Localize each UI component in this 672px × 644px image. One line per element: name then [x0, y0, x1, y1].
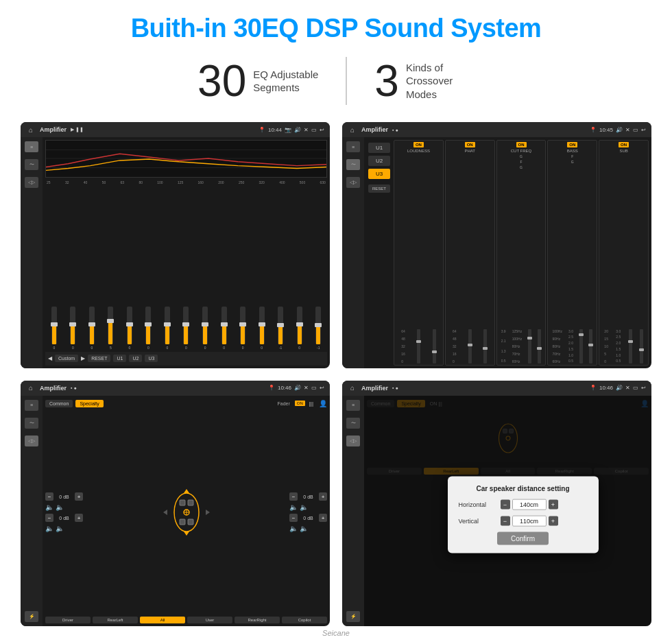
next-icon[interactable]: ▶: [81, 355, 85, 361]
fader-on[interactable]: ON: [295, 401, 305, 406]
close-icon-2[interactable]: ✕: [625, 127, 630, 133]
home-icon-2[interactable]: ⌂: [348, 125, 357, 134]
user-icon[interactable]: 👤: [319, 400, 327, 407]
vertical-minus[interactable]: −: [501, 516, 510, 525]
phat-slider-1[interactable]: [468, 329, 472, 363]
eq-slider-15[interactable]: -1: [309, 307, 327, 350]
eq-slider-13[interactable]: -1: [272, 307, 289, 350]
confirm-button[interactable]: Confirm: [497, 532, 549, 545]
vertical-value[interactable]: 110cm: [512, 515, 547, 526]
eq-slider-3[interactable]: 0: [83, 307, 101, 350]
u1-btn[interactable]: U1: [113, 355, 126, 362]
eq-slider-14[interactable]: 0: [291, 307, 309, 350]
wave-icon[interactable]: 〜: [25, 159, 38, 170]
custom-btn[interactable]: Custom: [55, 355, 78, 362]
loudness-slider-1[interactable]: [417, 329, 420, 363]
location-icon-2: 📍: [590, 127, 597, 133]
specialty-mode-btn[interactable]: Specialty: [75, 400, 103, 407]
copilot-btn[interactable]: Copilot: [282, 617, 327, 623]
eq-slider-11[interactable]: 0: [234, 307, 252, 350]
common-btn[interactable]: Common: [45, 400, 73, 407]
eq-slider-8[interactable]: 0: [178, 307, 195, 350]
speaker-icon-2[interactable]: ◁▷: [346, 177, 360, 188]
vol4-minus[interactable]: −: [289, 514, 298, 522]
u1-crossover-btn[interactable]: U1: [368, 143, 390, 153]
eq-slider-6[interactable]: 0: [140, 307, 158, 350]
u2-btn[interactable]: U2: [129, 355, 142, 362]
cutfreq-slider-1[interactable]: [528, 329, 531, 363]
eq-slider-1[interactable]: 0: [45, 307, 63, 350]
back-icon-4[interactable]: ↩: [641, 385, 646, 391]
loudness-slider-2[interactable]: [433, 329, 436, 363]
vertical-plus[interactable]: +: [549, 516, 558, 525]
bass-slider-1[interactable]: [579, 329, 583, 363]
eq-slider-4[interactable]: 5: [102, 307, 120, 350]
cutfreq-on[interactable]: ON: [516, 142, 527, 147]
vol2-minus[interactable]: −: [45, 514, 53, 522]
back-icon-3[interactable]: ↩: [320, 385, 324, 391]
wave-icon-4[interactable]: 〜: [346, 418, 360, 429]
vertical-row: Vertical − 110cm +: [459, 515, 588, 526]
eq-icon-4[interactable]: ≡: [346, 400, 360, 411]
rearleft-btn[interactable]: RearLeft: [93, 617, 138, 623]
user-btn[interactable]: User: [187, 617, 232, 623]
bass-slider-2[interactable]: [589, 329, 592, 363]
wave-icon-2[interactable]: 〜: [346, 159, 360, 170]
vol3-plus[interactable]: +: [319, 492, 327, 501]
u3-crossover-btn[interactable]: U3: [368, 169, 390, 179]
eq-slider-12[interactable]: 0: [253, 307, 271, 350]
loudness-on[interactable]: ON: [413, 142, 424, 147]
eq-slider-9[interactable]: 0: [196, 307, 214, 350]
driver-btn[interactable]: Driver: [45, 617, 91, 623]
eq-slider-5[interactable]: 0: [121, 307, 139, 350]
screen4-topbar: ⌂ Amplifier ▪ ● 📍 10:46 🔊 ✕ ▭ ↩: [342, 381, 651, 396]
cutfreq-slider-2[interactable]: [538, 329, 541, 363]
eq-slider-7[interactable]: 0: [158, 307, 176, 350]
back-icon-2[interactable]: ↩: [641, 127, 646, 133]
speaker-icon-3[interactable]: ◁▷: [25, 436, 38, 446]
eq-icon-2[interactable]: ≡: [346, 141, 360, 152]
reset-crossover-btn[interactable]: RESET: [368, 184, 390, 193]
all-btn[interactable]: All: [140, 617, 185, 623]
horizontal-minus[interactable]: −: [501, 499, 510, 509]
vol4-plus[interactable]: +: [319, 514, 327, 522]
vol1-plus[interactable]: +: [75, 492, 83, 501]
eq-icon[interactable]: ≡: [25, 141, 38, 152]
home-icon-3[interactable]: ⌂: [26, 383, 36, 393]
phat-on[interactable]: ON: [465, 142, 475, 147]
eq-slider-10[interactable]: 0: [215, 307, 233, 350]
svg-rect-5: [188, 500, 193, 505]
sub-slider-1[interactable]: [629, 329, 632, 363]
phat-slider-2[interactable]: [483, 329, 487, 363]
vol2-plus[interactable]: +: [75, 514, 83, 522]
horizontal-plus[interactable]: +: [549, 499, 558, 509]
home-icon[interactable]: ⌂: [26, 125, 36, 134]
speaker-icon-4[interactable]: ◁▷: [346, 436, 360, 446]
fader-toggle[interactable]: |||: [309, 401, 313, 407]
wave-icon-3[interactable]: 〜: [25, 418, 38, 429]
home-icon-4[interactable]: ⌂: [348, 383, 357, 393]
vol3-minus[interactable]: −: [289, 492, 298, 501]
back-icon[interactable]: ↩: [320, 127, 324, 133]
sub-on[interactable]: ON: [619, 142, 629, 147]
phat-label: PHAT: [464, 149, 475, 153]
eq-slider-2[interactable]: 0: [64, 307, 82, 350]
eq-icon-3[interactable]: ≡: [25, 400, 38, 411]
screen2-icons: ▪ ●: [392, 128, 398, 132]
speaker-icon[interactable]: ◁▷: [25, 177, 38, 188]
bass-on[interactable]: ON: [567, 142, 577, 147]
close-icon[interactable]: ✕: [304, 127, 309, 133]
reset-btn[interactable]: RESET: [88, 355, 110, 362]
vol1-minus[interactable]: −: [45, 492, 53, 501]
bt-icon-2[interactable]: ⚡: [346, 611, 360, 622]
rearright-btn[interactable]: RearRight: [235, 617, 280, 623]
screen4-sidebar: ≡ 〜 ◁▷ ⚡: [342, 396, 364, 627]
horizontal-value[interactable]: 140cm: [512, 499, 547, 510]
u3-btn[interactable]: U3: [145, 355, 158, 362]
sub-slider-2[interactable]: [640, 329, 643, 363]
close-icon-3[interactable]: ✕: [304, 385, 309, 391]
u2-crossover-btn[interactable]: U2: [368, 156, 390, 166]
prev-icon[interactable]: ◀: [48, 355, 52, 361]
bt-icon[interactable]: ⚡: [25, 611, 38, 622]
close-icon-4[interactable]: ✕: [625, 385, 630, 391]
